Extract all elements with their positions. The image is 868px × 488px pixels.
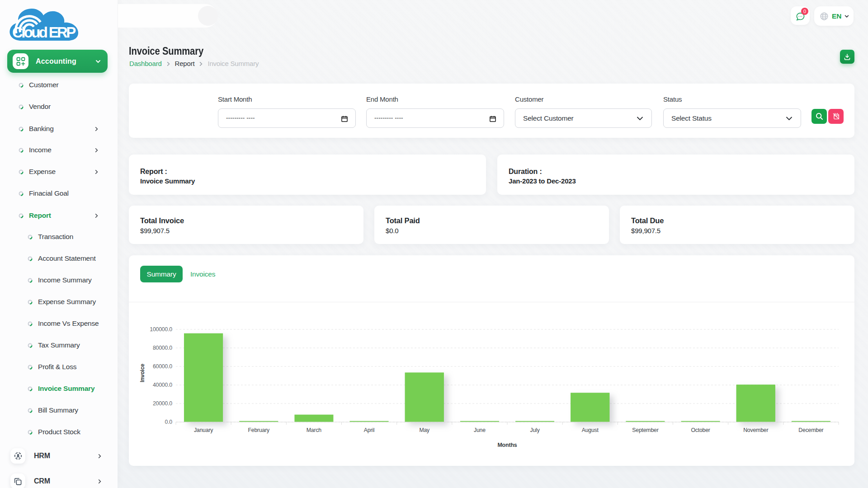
svg-text:80000.0: 80000.0: [153, 345, 172, 351]
svg-text:December: December: [798, 427, 823, 433]
svg-text:Invoice: Invoice: [139, 364, 146, 382]
svg-text:20000.0: 20000.0: [153, 400, 172, 407]
svg-text:May: May: [419, 427, 430, 433]
svg-text:October: October: [691, 427, 710, 433]
svg-text:June: June: [474, 427, 486, 433]
svg-text:March: March: [307, 427, 322, 433]
svg-text:July: July: [530, 427, 540, 433]
svg-text:Cloud ERP: Cloud ERP: [12, 24, 76, 41]
svg-text:September: September: [632, 427, 658, 433]
svg-text:100000.0: 100000.0: [150, 326, 172, 333]
svg-text:January: January: [194, 427, 213, 433]
svg-text:November: November: [743, 427, 768, 433]
svg-text:60000.0: 60000.0: [153, 363, 172, 370]
svg-text:Months: Months: [497, 442, 517, 448]
svg-text:April: April: [364, 427, 375, 433]
svg-text:0.0: 0.0: [165, 419, 173, 425]
svg-text:40000.0: 40000.0: [153, 382, 172, 388]
svg-text:February: February: [248, 427, 270, 433]
svg-text:August: August: [582, 427, 599, 433]
